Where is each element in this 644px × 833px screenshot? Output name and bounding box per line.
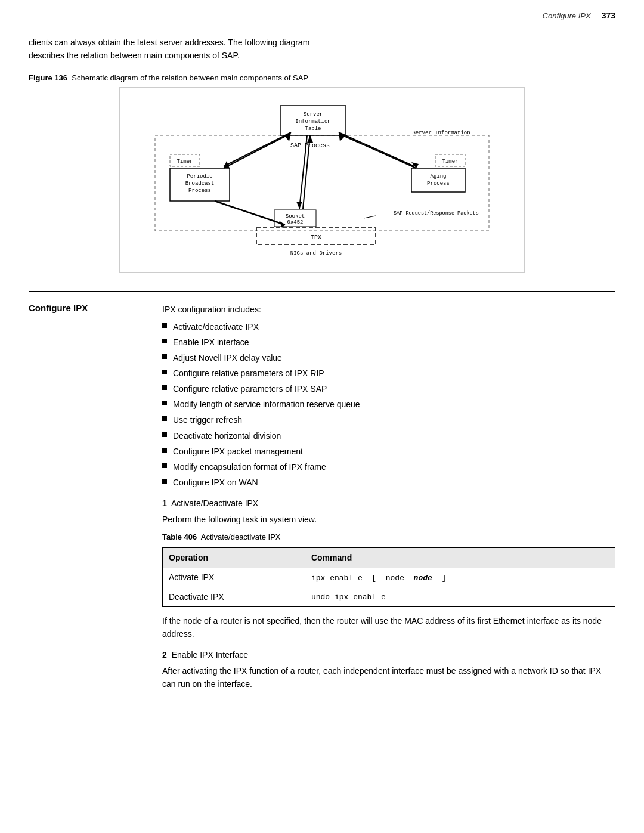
cell-command: undo ipx enabl e (305, 587, 615, 606)
diagram-container: SAP Process Server Information Server In… (119, 87, 525, 273)
bullet-list: Activate/deactivate IPX Enable IPX inter… (162, 320, 615, 490)
item-num-2: 2 (162, 650, 167, 659)
svg-line-29 (340, 134, 416, 168)
cell-command: ipx enabl e [ node node ] (305, 568, 615, 587)
left-col: Configure IPX (29, 292, 148, 707)
svg-text:Broadcast: Broadcast (185, 181, 215, 187)
svg-text:SAP Request/Response Packets: SAP Request/Response Packets (394, 210, 479, 216)
svg-text:Server: Server (304, 112, 323, 117)
table-row: Deactivate IPX undo ipx enabl e (163, 587, 615, 606)
svg-text:Socket: Socket (286, 213, 305, 219)
svg-line-39 (364, 216, 376, 218)
svg-marker-34 (296, 202, 302, 209)
header-page-num: 373 (602, 11, 615, 20)
intro-text: clients can always obtain the latest ser… (29, 36, 470, 63)
bullet-icon (162, 463, 167, 468)
list-item: Adjust Novell IPX delay value (162, 351, 615, 365)
main-content: clients can always obtain the latest ser… (0, 25, 644, 724)
cell-operation: Activate IPX (163, 568, 305, 587)
page-header: Configure IPX 373 (0, 0, 644, 25)
bullet-icon (162, 339, 167, 343)
svg-rect-15 (411, 168, 465, 192)
svg-text:NICs and Drivers: NICs and Drivers (290, 250, 342, 256)
figure-label: Figure 136 Schematic diagram of the rela… (29, 73, 615, 82)
svg-line-27 (224, 132, 291, 166)
bullet-icon (162, 370, 167, 374)
table-word: Table 406 (162, 532, 197, 541)
page: Configure IPX 373 clients can always obt… (0, 0, 644, 833)
col-header-command: Command (305, 547, 615, 568)
list-item: Deactivate horizontal division (162, 429, 615, 443)
list-item: Activate/deactivate IPX (162, 320, 615, 334)
sub-text-2: After activating the IPX function of a r… (162, 664, 615, 691)
section-heading: Configure IPX (29, 303, 88, 313)
figure-word: Figure 136 (29, 73, 67, 82)
svg-line-31 (339, 132, 414, 166)
item-label-2: Enable IPX Interface (172, 650, 248, 659)
figure-caption: Schematic diagram of the relation betwee… (72, 73, 308, 82)
svg-text:SAP Process: SAP Process (290, 143, 330, 149)
bullet-icon (162, 432, 167, 437)
svg-text:Periodic: Periodic (187, 174, 212, 179)
col-header-operation: Operation (163, 547, 305, 568)
svg-text:Process: Process (188, 188, 211, 194)
svg-text:Timer: Timer (442, 159, 458, 165)
bullet-icon (162, 401, 167, 405)
svg-text:Process: Process (427, 181, 450, 187)
bullet-icon (162, 323, 167, 328)
table-header-row: Operation Command (163, 547, 615, 568)
right-intro: IPX configuration includes: (162, 303, 615, 317)
svg-text:IPX: IPX (311, 234, 321, 241)
numbered-item-2: 2 Enable IPX Interface (162, 648, 615, 662)
sub-text-1: Perform the following task in system vie… (162, 513, 615, 526)
bullet-icon (162, 479, 167, 484)
intro-line1: clients can always obtain the latest ser… (29, 38, 309, 47)
intro-line2: describes the relation between main comp… (29, 51, 240, 60)
list-item: Modify encapsulation format of IPX frame (162, 460, 615, 474)
cell-operation: Deactivate IPX (163, 587, 305, 606)
diagram-svg: SAP Process Server Information Server In… (137, 100, 507, 261)
svg-text:Aging: Aging (430, 174, 446, 179)
list-item: Configure IPX on WAN (162, 476, 615, 490)
item-num-1: 1 (162, 498, 167, 508)
svg-text:0x452: 0x452 (287, 219, 303, 225)
svg-text:Table: Table (305, 126, 321, 132)
header-title: Configure IPX (543, 11, 591, 20)
bullet-icon (162, 385, 167, 390)
bullet-icon (162, 448, 167, 453)
table-caption-1: Activate/deactivate IPX (201, 532, 281, 541)
two-col-section: Configure IPX IPX configuration includes… (29, 292, 615, 707)
right-col: IPX configuration includes: Activate/dea… (148, 292, 615, 707)
svg-text:Server Information: Server Information (412, 130, 470, 136)
list-item: Modify length of service information res… (162, 398, 615, 411)
list-item: Configure IPX packet management (162, 445, 615, 459)
table-label-1: Table 406 Activate/deactivate IPX (162, 531, 615, 543)
list-item: Enable IPX interface (162, 336, 615, 349)
bullet-icon (162, 416, 167, 421)
list-item: Configure relative parameters of IPX RIP (162, 367, 615, 380)
list-item: Configure relative parameters of IPX SAP (162, 382, 615, 396)
svg-text:Information: Information (295, 119, 330, 125)
bullet-icon (162, 354, 167, 359)
list-item: Use trigger refresh (162, 413, 615, 427)
svg-line-25 (224, 134, 289, 168)
svg-text:Timer: Timer (177, 159, 193, 165)
note-text-1: If the node of a router is not specified… (162, 614, 615, 641)
numbered-item-1: 1 Activate/Deactivate IPX (162, 497, 615, 510)
data-table-1: Operation Command Activate IPX ipx enabl… (162, 547, 615, 607)
item-label-1: Activate/Deactivate IPX (171, 498, 258, 508)
svg-marker-36 (307, 135, 313, 143)
table-row: Activate IPX ipx enabl e [ node node ] (163, 568, 615, 587)
